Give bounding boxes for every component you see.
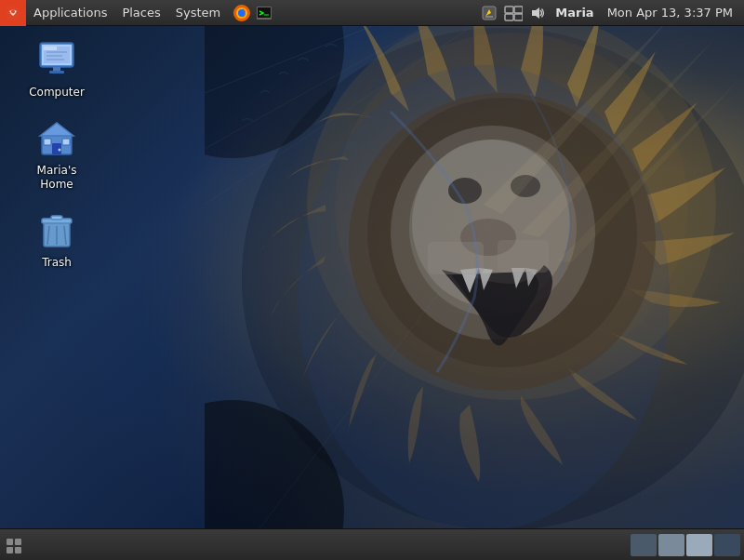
svg-point-22 <box>11 9 15 13</box>
workspace-btn-4[interactable] <box>714 534 740 556</box>
trash-icon-image <box>34 207 79 252</box>
computer-icon-label: Computer <box>29 86 85 100</box>
panel-right: Maria Mon Apr 13, 3:37 PM <box>479 3 744 23</box>
svg-marker-46 <box>40 123 73 136</box>
workspace-btn-1[interactable] <box>631 534 657 556</box>
gnome-logo-button[interactable] <box>0 0 26 26</box>
svg-point-50 <box>59 148 61 151</box>
panel-left: Applications Places System <box>0 0 479 26</box>
applications-menu[interactable]: Applications <box>26 0 114 26</box>
svg-rect-41 <box>49 71 64 73</box>
svg-rect-27 <box>258 7 271 18</box>
svg-rect-31 <box>505 7 513 13</box>
home-icon-label: Maria's Home <box>19 164 95 193</box>
bottom-panel <box>0 528 744 560</box>
svg-rect-58 <box>15 539 21 545</box>
panel-username[interactable]: Maria <box>551 6 597 20</box>
display-icon[interactable] <box>503 3 524 23</box>
trash-icon-label: Trash <box>42 256 72 271</box>
wallpaper-lion <box>205 19 744 540</box>
bottom-right-buttons <box>631 534 744 556</box>
svg-point-13 <box>298 65 670 530</box>
svg-rect-33 <box>505 14 513 20</box>
svg-rect-60 <box>15 547 21 553</box>
edit-icon[interactable] <box>479 3 499 23</box>
svg-rect-39 <box>44 47 57 50</box>
bottom-left-icon[interactable] <box>0 529 28 561</box>
svg-rect-32 <box>514 7 523 13</box>
svg-rect-49 <box>62 139 70 145</box>
svg-rect-34 <box>514 14 523 20</box>
firefox-icon[interactable] <box>232 3 252 23</box>
system-menu[interactable]: System <box>168 0 228 26</box>
workspace-btn-3[interactable] <box>686 534 712 556</box>
svg-rect-48 <box>44 139 51 145</box>
volume-icon[interactable] <box>527 3 548 23</box>
computer-icon-image <box>34 37 79 82</box>
workspace-btn-2[interactable] <box>658 534 684 556</box>
top-panel: Applications Places System <box>0 0 744 26</box>
trash-icon-item[interactable]: Trash <box>15 204 99 274</box>
svg-rect-59 <box>7 547 13 553</box>
places-menu[interactable]: Places <box>114 0 167 26</box>
home-icon-item[interactable]: Maria's Home <box>15 112 99 196</box>
computer-icon-item[interactable]: Computer <box>15 33 99 104</box>
svg-rect-57 <box>7 539 13 545</box>
home-icon-image <box>34 115 79 160</box>
desktop-icons-area: Computer Maria's Home <box>15 33 99 273</box>
svg-marker-35 <box>532 7 539 19</box>
svg-rect-53 <box>51 216 62 220</box>
panel-clock: Mon Apr 13, 3:37 PM <box>602 6 738 20</box>
terminal-icon[interactable] <box>254 3 274 23</box>
desktop: Applications Places System <box>0 0 744 560</box>
